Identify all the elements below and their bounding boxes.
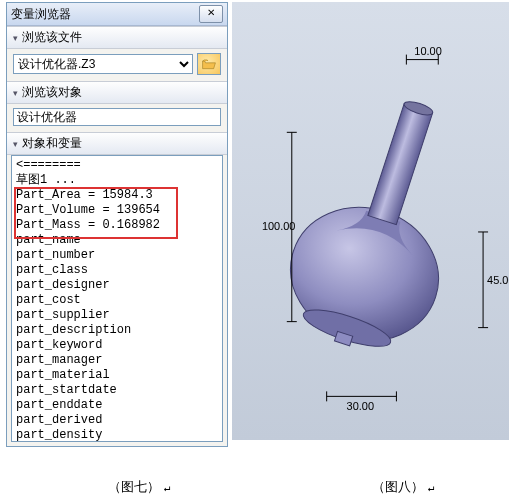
- section-browse-file-header[interactable]: ▾ 浏览该文件: [7, 26, 227, 49]
- section-browse-object-body: [7, 104, 227, 132]
- close-button[interactable]: ✕: [199, 5, 223, 23]
- caption-fig8: （图八）↵: [372, 478, 435, 496]
- chevron-down-icon: ▾: [13, 88, 18, 98]
- section-browse-file-body: 设计优化器.Z3: [7, 49, 227, 81]
- section-browse-object-header[interactable]: ▾ 浏览该对象: [7, 81, 227, 104]
- panel-titlebar[interactable]: 变量浏览器 ✕: [7, 3, 227, 26]
- paragraph-mark-icon: ↵: [428, 481, 435, 494]
- section-browse-object-label: 浏览该对象: [22, 84, 82, 101]
- chevron-down-icon: ▾: [13, 33, 18, 43]
- dim-base-width: 30.00: [347, 400, 374, 412]
- variable-browser-panel: 变量浏览器 ✕ ▾ 浏览该文件 设计优化器.Z3 ▾: [6, 2, 228, 447]
- section-variables-label: 对象和变量: [22, 135, 82, 152]
- object-input[interactable]: [13, 108, 221, 126]
- folder-open-icon: [202, 58, 216, 70]
- open-file-button[interactable]: [197, 53, 221, 75]
- paragraph-mark-icon: ↵: [164, 481, 171, 494]
- file-dropdown[interactable]: 设计优化器.Z3: [13, 54, 193, 74]
- variable-list[interactable]: <======== 草图1 ... Part_Area = 15984.3 Pa…: [12, 156, 222, 442]
- caption-fig7: （图七）↵: [108, 478, 171, 496]
- model-viewport[interactable]: 10.00 100.00 45.00: [232, 2, 509, 440]
- dim-base-height: 45.00: [487, 274, 509, 286]
- model-part: [271, 80, 491, 366]
- svg-rect-3: [368, 104, 433, 225]
- panel-title: 变量浏览器: [11, 6, 71, 23]
- dim-height: 100.00: [262, 220, 296, 232]
- chevron-down-icon: ▾: [13, 139, 18, 149]
- variable-list-container[interactable]: <======== 草图1 ... Part_Area = 15984.3 Pa…: [11, 155, 223, 442]
- dim-top-width: 10.00: [414, 45, 441, 57]
- section-browse-file-label: 浏览该文件: [22, 29, 82, 46]
- section-variables-header[interactable]: ▾ 对象和变量: [7, 132, 227, 155]
